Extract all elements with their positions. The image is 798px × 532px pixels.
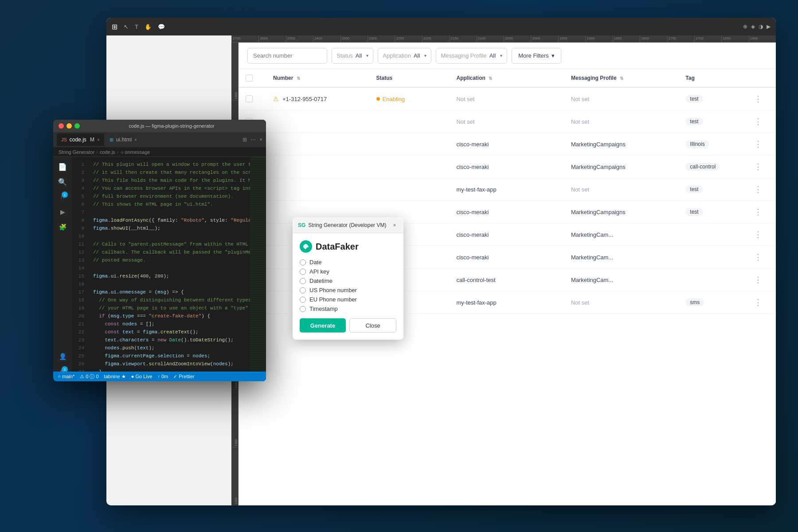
msg-value: MarketingCampaigns [571, 164, 626, 170]
status-filter[interactable]: Status All ▾ [332, 48, 373, 64]
tabnine-label: tabnine ★ [104, 374, 126, 379]
row-tag-cell: test [678, 110, 747, 133]
option-eu-phone[interactable]: EU Phone number [300, 296, 396, 303]
sidebar-extensions-icon[interactable]: 🧩 [56, 221, 69, 233]
search-input[interactable] [247, 48, 327, 64]
tag-badge: test [685, 95, 703, 103]
close-window-button[interactable] [59, 123, 64, 129]
contrast-icon[interactable]: ◑ [759, 23, 763, 30]
sidebar-debug-icon[interactable]: ▶ [56, 206, 69, 218]
figma-logo-icon[interactable]: ⊞ [112, 23, 117, 31]
messaging-filter-label: Messaging Profile [441, 52, 486, 59]
header-messaging-profile[interactable]: Messaging Profile ⇅ [564, 69, 678, 87]
hand-tool[interactable]: ✋ [145, 23, 152, 30]
sidebar-git-icon[interactable]: ⑃ 1 [56, 191, 69, 203]
text-tool[interactable]: T [135, 23, 138, 30]
code-line: nodes.push(text); [93, 344, 245, 352]
application-filter[interactable]: Application All ▾ [378, 48, 431, 64]
row-actions-menu[interactable]: ⋮ [754, 253, 762, 262]
option-us-phone[interactable]: US Phone number [300, 287, 396, 293]
flow-label: ↑ 0m [157, 374, 168, 379]
line-numbers: 1 2 3 4 5 6 7 8 9 10 11 12 13 14 15 16 1… [72, 157, 88, 381]
tag-badge: test [685, 208, 703, 216]
table-row: cisco-meraki MarketingCampaigns Illinois… [239, 133, 776, 156]
row-actions-menu[interactable]: ⋮ [754, 162, 762, 171]
radio-us-phone[interactable] [300, 287, 306, 293]
radio-timestamp[interactable] [300, 306, 306, 312]
row-app-cell: my-test-fax-app [449, 178, 563, 201]
msg-value: MarketingCampaigns [571, 141, 626, 148]
app-value: cisco-meraki [456, 164, 489, 170]
row-action-cell: ⋮ [747, 201, 776, 223]
tab-code-js[interactable]: JS code.js M × [57, 133, 104, 146]
radio-api-key[interactable] [300, 269, 306, 275]
sidebar-explorer-icon[interactable]: 📄 [56, 160, 69, 173]
select-all-checkbox[interactable] [246, 74, 253, 82]
row-status-cell [369, 156, 450, 178]
option-date[interactable]: Date [300, 259, 396, 266]
vscode-editor-body: 📄 🔍 ⑃ 1 ▶ 🧩 👤 ⚙ 1 1 2 3 4 5 6 [53, 157, 266, 381]
close-button[interactable]: Close [349, 318, 396, 332]
row-actions-menu[interactable]: ⋮ [754, 94, 762, 103]
datafaker-close-button[interactable]: × [391, 222, 398, 229]
radio-datetime[interactable] [300, 278, 306, 284]
datafaker-title: String Generator (Developer VM) [308, 222, 391, 228]
option-timestamp[interactable]: Timestamp [300, 305, 396, 312]
more-filters-button[interactable]: More Filters ▾ [512, 48, 561, 64]
code-editor[interactable]: // This plugin will open a window to pro… [88, 157, 250, 381]
share-icon[interactable]: ⊕ [743, 23, 747, 30]
option-datetime[interactable]: Datetime [300, 278, 396, 284]
row-actions-menu[interactable]: ⋮ [754, 275, 762, 284]
tab-html-close-icon[interactable]: × [134, 137, 137, 142]
application-col-label: Application [456, 75, 485, 81]
code-line: figma.ui.onmessage = (msg) => { [93, 288, 245, 296]
app-value: call-control-test [456, 277, 495, 283]
cursor-tool[interactable]: ↖ [124, 23, 129, 30]
radio-eu-phone[interactable] [300, 297, 306, 303]
more-tabs-icon[interactable]: ⋯ [250, 137, 256, 143]
present-icon[interactable]: ▶ [767, 23, 771, 30]
row-msg-cell: Not set [564, 178, 678, 201]
tab-ui-html-label: ui.html [116, 137, 132, 143]
table-row: my-test-fax-app Not set test ⋮ [239, 178, 776, 201]
datafaker-footer: Generate Close [300, 318, 396, 332]
status-chevron-icon: ▾ [366, 53, 368, 58]
option-api-key[interactable]: API key [300, 268, 396, 275]
header-application[interactable]: Application ⇅ [449, 69, 563, 87]
component-icon[interactable]: ◈ [751, 23, 755, 30]
row-actions-menu[interactable]: ⋮ [754, 185, 762, 194]
header-number[interactable]: Number ⇅ [266, 69, 369, 87]
sidebar-search-icon[interactable]: 🔍 [56, 176, 69, 188]
go-live-button[interactable]: ● Go Live [131, 374, 153, 379]
sidebar-account-icon[interactable]: 👤 [56, 350, 69, 363]
warning-icon: ⚠ [273, 95, 279, 102]
row-app-cell: Not set [449, 87, 563, 110]
datafaker-popup: SG String Generator (Developer VM) × Dat… [293, 217, 403, 340]
row-number-cell: ⚠ +1-312-955-0717 [266, 87, 369, 110]
maximize-window-button[interactable] [74, 123, 80, 129]
code-line: text.characters = new Date().toDateStrin… [93, 336, 245, 344]
row-actions-menu[interactable]: ⋮ [754, 207, 762, 216]
code-line: figma.viewport.scrollAndZoomIntoView(nod… [93, 360, 245, 368]
messaging-profile-filter[interactable]: Messaging Profile All ▾ [436, 48, 507, 64]
split-editor-icon[interactable]: ⊞ [243, 137, 247, 143]
tab-close-icon[interactable]: × [97, 137, 100, 142]
row-msg-cell: MarketingCam... [564, 246, 678, 269]
tab-ui-html[interactable]: ⊞ ui.html × [105, 133, 141, 146]
row-tag-cell: test [678, 178, 747, 201]
comment-tool[interactable]: 💬 [158, 23, 165, 30]
minimap-content [250, 157, 266, 381]
row-msg-cell: Not set [564, 291, 678, 314]
close-tab-icon[interactable]: × [259, 137, 262, 143]
minimize-window-button[interactable] [66, 123, 72, 129]
generate-button[interactable]: Generate [300, 318, 346, 332]
radio-date[interactable] [300, 259, 306, 266]
row-actions-menu[interactable]: ⋮ [754, 117, 762, 126]
row-actions-menu[interactable]: ⋮ [754, 298, 762, 307]
code-line: figma.currentPage.selection = nodes; [93, 352, 245, 360]
table-row: cisco-meraki MarketingCampaigns call-con… [239, 156, 776, 178]
row-checkbox[interactable] [246, 95, 253, 102]
code-line: figma.loadFontAsync({ family: "Roboto", … [93, 216, 245, 224]
row-actions-menu[interactable]: ⋮ [754, 140, 762, 149]
row-actions-menu[interactable]: ⋮ [754, 230, 762, 239]
